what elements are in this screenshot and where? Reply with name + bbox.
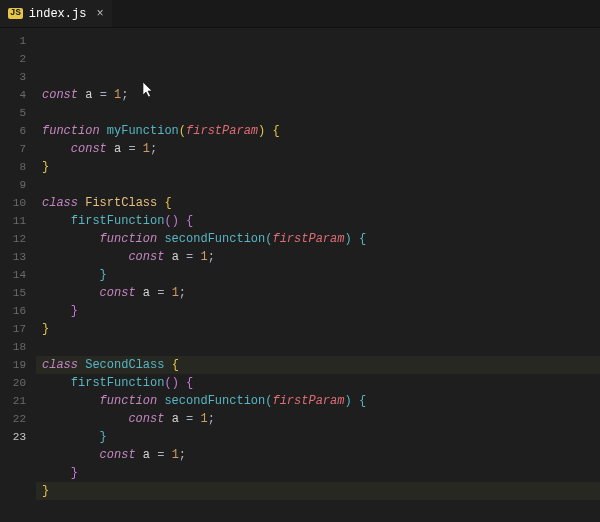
token-cls2: SecondClass (85, 358, 164, 372)
token-ws (42, 412, 128, 426)
token-param: firstParam (186, 124, 258, 138)
code-line[interactable]: firstFunction() { (36, 374, 600, 392)
code-line[interactable]: function secondFunction(firstParam) { (36, 230, 600, 248)
line-number: 4 (0, 86, 26, 104)
code-editor: JS index.js × 12345678910111213141516171… (0, 0, 600, 522)
code-line[interactable]: function myFunction(firstParam) { (36, 122, 600, 140)
code-line[interactable]: } (36, 320, 600, 338)
line-number: 19 (0, 356, 26, 374)
line-number: 21 (0, 392, 26, 410)
token-num: 1 (172, 448, 179, 462)
code-line[interactable]: const a = 1; (36, 86, 600, 104)
code-line[interactable]: const a = 1; (36, 446, 600, 464)
code-line[interactable]: } (36, 464, 600, 482)
tab-bar: JS index.js × (0, 0, 600, 28)
token-ws (42, 232, 100, 246)
line-number: 14 (0, 266, 26, 284)
token-var: a (172, 250, 179, 264)
line-number: 9 (0, 176, 26, 194)
code-line[interactable]: const a = 1; (36, 284, 600, 302)
code-line[interactable]: } (36, 302, 600, 320)
token-punc-m: ( (164, 376, 171, 390)
token-op: = (100, 88, 107, 102)
token-ws (42, 376, 71, 390)
token-punc-m: { (186, 376, 193, 390)
token-var: a (143, 286, 150, 300)
code-line[interactable]: } (36, 482, 600, 500)
token-ws (352, 232, 359, 246)
token-ws (352, 394, 359, 408)
token-punc: } (42, 484, 49, 498)
token-punc-b: } (100, 430, 107, 444)
token-num: 1 (200, 250, 207, 264)
code-line[interactable] (36, 176, 600, 194)
code-line[interactable]: const a = 1; (36, 410, 600, 428)
token-kw: function (100, 394, 158, 408)
code-line[interactable]: } (36, 428, 600, 446)
code-line[interactable] (36, 338, 600, 356)
line-number: 6 (0, 122, 26, 140)
code-line[interactable]: firstFunction() { (36, 212, 600, 230)
tab-index-js[interactable]: JS index.js × (0, 0, 112, 27)
token-ws (164, 448, 171, 462)
line-number: 13 (0, 248, 26, 266)
code-line[interactable]: function secondFunction(firstParam) { (36, 392, 600, 410)
token-punc-m: } (71, 304, 78, 318)
token-punc-m: ) (172, 376, 179, 390)
token-punc-m: } (71, 466, 78, 480)
line-number: 7 (0, 140, 26, 158)
token-punc-b: ) (344, 394, 351, 408)
token-punc-m: { (186, 214, 193, 228)
token-kw: function (42, 124, 100, 138)
token-punc-b: { (359, 232, 366, 246)
token-var: a (143, 448, 150, 462)
token-semi: ; (208, 412, 215, 426)
code-line[interactable] (36, 104, 600, 122)
code-line[interactable]: class FisrtClass { (36, 194, 600, 212)
code-line[interactable]: const a = 1; (36, 248, 600, 266)
token-semi: ; (208, 250, 215, 264)
token-ws (42, 448, 100, 462)
token-cls: FisrtClass (85, 196, 157, 210)
token-kw: const (128, 250, 164, 264)
line-number: 3 (0, 68, 26, 86)
code-line[interactable]: } (36, 266, 600, 284)
token-fn: myFunction (107, 124, 179, 138)
token-punc: { (172, 358, 179, 372)
token-semi: ; (150, 142, 157, 156)
token-punc-m: ( (164, 214, 171, 228)
token-ws (164, 412, 171, 426)
token-ws (42, 466, 71, 480)
code-line[interactable]: const a = 1; (36, 140, 600, 158)
token-punc-b: ) (344, 232, 351, 246)
token-punc-m: ) (172, 214, 179, 228)
token-punc: { (272, 124, 279, 138)
token-punc: } (42, 322, 49, 336)
token-ws (100, 124, 107, 138)
token-ws (107, 88, 114, 102)
token-kw: const (42, 88, 78, 102)
token-ws (92, 88, 99, 102)
token-ws (179, 376, 186, 390)
js-file-icon: JS (8, 8, 23, 19)
line-number: 22 (0, 410, 26, 428)
line-number: 1 (0, 32, 26, 50)
code-line[interactable]: class SecondClass { (36, 356, 600, 374)
token-kw: class (42, 196, 78, 210)
code-lines[interactable]: const a = 1;function myFunction(firstPar… (36, 28, 600, 522)
line-number: 8 (0, 158, 26, 176)
code-line[interactable]: } (36, 158, 600, 176)
token-ws (42, 286, 100, 300)
token-punc-b: { (359, 394, 366, 408)
line-number: 20 (0, 374, 26, 392)
token-ws (179, 250, 186, 264)
token-ws (164, 358, 171, 372)
line-number: 23 (0, 428, 26, 446)
line-number: 17 (0, 320, 26, 338)
code-area[interactable]: 1234567891011121314151617181920212223 co… (0, 28, 600, 522)
close-icon[interactable]: × (96, 7, 103, 21)
token-var: a (172, 412, 179, 426)
line-number: 18 (0, 338, 26, 356)
token-ws (164, 286, 171, 300)
token-semi: ; (179, 448, 186, 462)
